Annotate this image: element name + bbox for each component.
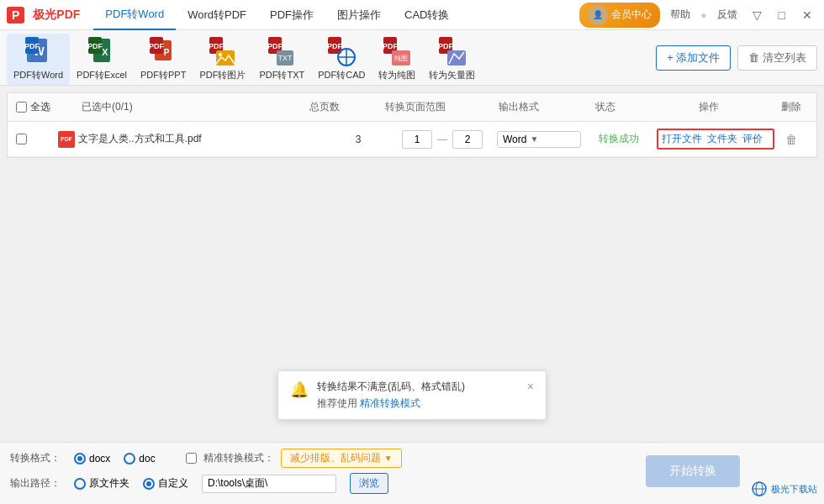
status-text: 转换成功 xyxy=(599,133,639,144)
tool-pdf-to-txt[interactable]: PDF TXT PDF转TXT xyxy=(252,34,311,85)
svg-text:PDF: PDF xyxy=(267,42,283,50)
tool-pdf-to-word[interactable]: W PDF PDF转Word xyxy=(7,34,70,85)
title-bar: P 极光PDF PDF转Word Word转PDF PDF操作 图片操作 CAD… xyxy=(0,0,824,30)
format-dropdown-icon: ▼ xyxy=(530,134,538,144)
svg-text:PDF: PDF xyxy=(383,42,399,50)
docx-label: docx xyxy=(89,453,110,465)
custom-label: 自定义 xyxy=(158,476,188,491)
add-file-button[interactable]: + 添加文件 xyxy=(656,45,731,71)
output-path-input[interactable] xyxy=(202,475,336,493)
status-header: 状态 xyxy=(568,100,643,114)
tool-to-plain[interactable]: PDF 纯图 转为纯图 xyxy=(372,34,422,85)
select-all-checkbox[interactable]: 全选 xyxy=(16,100,50,114)
svg-text:PDF: PDF xyxy=(87,42,103,50)
row-checkbox[interactable] xyxy=(16,134,27,144)
action-links: 打开文件 文件夹 评价 xyxy=(657,129,774,150)
row-checkbox-col xyxy=(16,134,58,144)
docx-radio[interactable]: docx xyxy=(74,453,110,465)
tool-pdf-to-image[interactable]: PDF PDF转图片 xyxy=(193,34,252,85)
range-dash: — xyxy=(437,134,447,145)
svg-text:PDF: PDF xyxy=(24,42,40,50)
tool-pdf-to-image-label: PDF转图片 xyxy=(199,69,246,81)
tool-to-vector-label: 转为矢量图 xyxy=(429,69,475,81)
image-icon: PDF xyxy=(208,37,238,67)
watermark-text: 极光下载站 xyxy=(771,483,817,496)
clear-list-button[interactable]: 🗑 清空列表 xyxy=(737,45,817,71)
start-convert-button[interactable]: 开始转换 xyxy=(646,455,740,487)
excel-icon: PDF X xyxy=(87,37,117,67)
status-col: 转换成功 xyxy=(581,132,657,146)
toast-close-button[interactable]: × xyxy=(527,380,534,393)
help-link[interactable]: 帮助 xyxy=(667,6,694,24)
precision-row: 精准转换模式： 减少排版、乱码问题 ▼ xyxy=(186,449,402,468)
feedback-link[interactable]: 反馈 xyxy=(714,6,741,24)
toast-notification: 🔔 转换结果不满意(乱码、格式错乱) 推荐使用 精准转换模式 × xyxy=(277,370,547,420)
original-label: 原文件夹 xyxy=(89,476,129,491)
tool-pdf-to-ppt-label: PDF转PPT xyxy=(140,69,186,81)
tool-pdf-to-excel[interactable]: PDF X PDF转Excel xyxy=(70,34,134,85)
browse-button[interactable]: 浏览 xyxy=(350,473,388,494)
page-range-col: — xyxy=(388,130,497,149)
select-all-input[interactable] xyxy=(16,102,27,113)
word-icon: W PDF xyxy=(24,37,54,67)
table-header: 全选 已选中(0/1) 总页数 转换页面范围 输出格式 状态 操作 删除 xyxy=(8,93,816,122)
doc-radio-circle xyxy=(124,453,135,465)
svg-point-16 xyxy=(219,53,222,56)
action-col: 打开文件 文件夹 评价 xyxy=(657,129,774,150)
open-folder-link[interactable]: 文件夹 xyxy=(707,132,737,146)
svg-text:PDF: PDF xyxy=(438,42,454,50)
total-pages-header: 总页数 xyxy=(295,100,354,114)
nav-image-ops[interactable]: 图片操作 xyxy=(325,0,393,30)
minimize-icon[interactable]: ▽ xyxy=(747,7,767,24)
member-button[interactable]: 👤 会员中心 xyxy=(579,3,660,28)
toast-link[interactable]: 精准转换模式 xyxy=(360,397,420,409)
select-all-label: 全选 xyxy=(30,100,50,114)
nav-pdf-ops[interactable]: PDF操作 xyxy=(258,0,325,30)
plain-icon: PDF 纯图 xyxy=(382,37,412,67)
doc-radio[interactable]: doc xyxy=(124,453,155,465)
tool-pdf-to-ppt[interactable]: PDF P PDF转PPT xyxy=(134,34,193,85)
page-from-input[interactable] xyxy=(402,130,432,149)
nav-word-to-pdf[interactable]: Word转PDF xyxy=(176,0,258,30)
cad-icon: PDF xyxy=(326,37,357,67)
docx-radio-circle xyxy=(74,453,86,465)
avatar: 👤 xyxy=(588,5,608,25)
page-range-header: 转换页面范围 xyxy=(361,100,470,114)
rate-link[interactable]: 评价 xyxy=(742,132,763,146)
delete-col: 🗑 xyxy=(774,133,808,146)
page-to-input[interactable] xyxy=(452,130,483,149)
format-select[interactable]: Word ▼ xyxy=(497,131,581,148)
main-content: 全选 已选中(0/1) 总页数 转换页面范围 输出格式 状态 操作 删除 PDF… xyxy=(7,92,817,158)
action-header: 操作 xyxy=(650,100,768,114)
toast-content: 转换结果不满意(乱码、格式错乱) 推荐使用 精准转换模式 xyxy=(317,380,514,411)
svg-text:PDF: PDF xyxy=(149,42,165,50)
svg-text:P: P xyxy=(164,48,170,57)
close-icon[interactable]: ✕ xyxy=(797,7,817,24)
total-pages-col: 3 xyxy=(329,134,388,145)
nav-cad-convert[interactable]: CAD转换 xyxy=(393,0,461,30)
original-radio-circle xyxy=(74,478,86,490)
format-col: Word ▼ xyxy=(497,131,581,148)
selected-count: 已选中(0/1) xyxy=(82,100,133,114)
toolbar: W PDF PDF转Word PDF X PDF转Excel PDF P xyxy=(0,30,824,86)
tool-pdf-to-cad[interactable]: PDF PDF转CAD xyxy=(311,34,372,85)
precision-checkbox[interactable] xyxy=(186,453,197,464)
open-file-link[interactable]: 打开文件 xyxy=(662,132,702,146)
custom-folder-radio[interactable]: 自定义 xyxy=(143,476,188,491)
tool-to-vector[interactable]: PDF 转为矢量图 xyxy=(422,34,482,85)
ppt-icon: PDF P xyxy=(148,37,178,67)
format-value: Word xyxy=(503,134,526,145)
txt-icon: PDF TXT xyxy=(267,37,297,67)
table-row: PDF 文字是人类..方式和工具.pdf 3 — Word ▼ 转换成功 打开文… xyxy=(8,122,816,157)
delete-header: 删除 xyxy=(774,100,808,114)
precision-mode-button[interactable]: 减少排版、乱码问题 ▼ xyxy=(281,449,402,468)
nav-pdf-to-word[interactable]: PDF转Word xyxy=(93,0,176,30)
doc-label: doc xyxy=(139,453,155,465)
tool-pdf-to-txt-label: PDF转TXT xyxy=(259,69,304,81)
delete-icon[interactable]: 🗑 xyxy=(785,133,797,146)
pdf-file-icon: PDF xyxy=(58,131,75,148)
toast-bell-icon: 🔔 xyxy=(290,381,309,399)
tool-to-plain-label: 转为纯图 xyxy=(378,69,415,81)
restore-icon[interactable]: □ xyxy=(774,7,790,24)
original-folder-radio[interactable]: 原文件夹 xyxy=(74,476,129,491)
